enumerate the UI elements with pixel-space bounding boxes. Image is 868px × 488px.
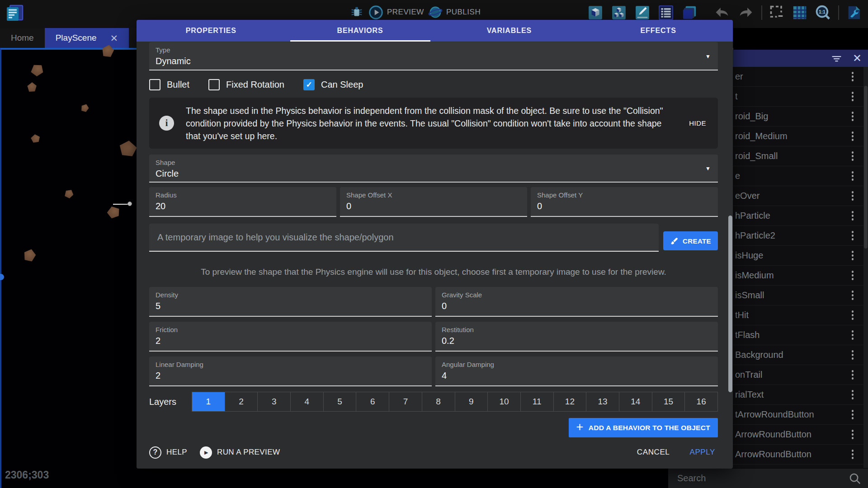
field-shape-offset-y[interactable]: Shape Offset Y0: [531, 187, 718, 217]
dialog-tab-properties[interactable]: PROPERTIES: [137, 20, 286, 42]
selection-handle[interactable]: [127, 202, 132, 206]
layer-button-4[interactable]: 4: [291, 392, 324, 411]
events-sheet-icon[interactable]: [658, 5, 674, 20]
add-behavior-button[interactable]: + ADD A BEHAVIOR TO THE OBJECT: [569, 418, 718, 437]
asteroid-sprite[interactable]: [27, 82, 37, 92]
help-button[interactable]: ? HELP: [149, 446, 187, 459]
close-tab-icon[interactable]: ✕: [110, 33, 118, 43]
field-linear-damping[interactable]: Linear Damping2: [149, 357, 432, 386]
layer-button-12[interactable]: 12: [554, 392, 587, 411]
layer-button-9[interactable]: 9: [455, 392, 488, 411]
item-menu-icon[interactable]: [852, 92, 854, 101]
field-shape-offset-x[interactable]: Shape Offset X0: [340, 187, 527, 217]
layer-button-8[interactable]: 8: [422, 392, 455, 411]
layer-button-14[interactable]: 14: [619, 392, 652, 411]
temp-image-field[interactable]: [149, 224, 659, 252]
debug-icon[interactable]: [349, 5, 364, 20]
hide-button[interactable]: HIDE: [684, 119, 712, 127]
create-button[interactable]: CREATE: [663, 231, 718, 250]
field-density[interactable]: Density5: [149, 287, 432, 317]
dialog-scrollbar-thumb[interactable]: [728, 216, 732, 392]
item-menu-icon[interactable]: [852, 430, 854, 439]
asteroid-sprite[interactable]: [118, 139, 138, 159]
checkbox-unchecked-icon[interactable]: [208, 79, 220, 90]
publish-button[interactable]: PUBLISH: [428, 5, 481, 19]
checkbox-unchecked-icon[interactable]: [149, 79, 160, 90]
type-dropdown[interactable]: Type Dynamic ▼: [149, 42, 718, 70]
apply-button[interactable]: APPLY: [689, 448, 715, 457]
item-menu-icon[interactable]: [852, 151, 854, 161]
item-menu-icon[interactable]: [852, 390, 854, 399]
tab-home[interactable]: Home: [0, 28, 45, 48]
dialog-tab-variables[interactable]: VARIABLES: [435, 20, 584, 42]
redo-icon[interactable]: [737, 4, 755, 21]
deselect-icon[interactable]: [769, 5, 785, 21]
asteroid-sprite[interactable]: [63, 188, 75, 200]
filter-icon[interactable]: [830, 52, 843, 65]
temp-image-input[interactable]: [156, 232, 651, 243]
field-restitution[interactable]: Restitution0.2: [435, 322, 718, 352]
layer-button-16[interactable]: 16: [685, 392, 717, 411]
preview-button[interactable]: PREVIEW: [368, 5, 424, 20]
close-panel-icon[interactable]: ✕: [853, 53, 862, 64]
field-friction[interactable]: Friction2: [149, 322, 432, 352]
layer-button-7[interactable]: 7: [389, 392, 422, 411]
item-menu-icon[interactable]: [852, 131, 854, 141]
item-menu-icon[interactable]: [852, 291, 854, 300]
layer-button-15[interactable]: 15: [652, 392, 685, 411]
shape-dropdown[interactable]: Shape Circle ▼: [149, 155, 718, 183]
cancel-button[interactable]: CANCEL: [637, 448, 670, 457]
item-menu-icon[interactable]: [852, 72, 854, 81]
tab-playscene[interactable]: PlayScene✕: [45, 28, 129, 48]
asteroid-sprite[interactable]: [28, 61, 46, 79]
project-settings-icon[interactable]: [846, 5, 861, 20]
layer-button-13[interactable]: 13: [586, 392, 619, 411]
item-menu-icon[interactable]: [852, 191, 854, 201]
item-menu-icon[interactable]: [852, 350, 854, 360]
object-groups-icon[interactable]: [611, 5, 627, 20]
checkbox-checked-icon[interactable]: ✓: [303, 79, 315, 90]
item-menu-icon[interactable]: [852, 271, 854, 280]
item-menu-icon[interactable]: [852, 231, 854, 240]
grid-icon[interactable]: [792, 5, 807, 20]
layer-button-5[interactable]: 5: [324, 392, 357, 411]
edit-scene-icon[interactable]: [635, 5, 650, 20]
layer-button-11[interactable]: 11: [521, 392, 554, 411]
asteroid-sprite[interactable]: [22, 248, 38, 263]
item-menu-icon[interactable]: [852, 251, 854, 260]
item-menu-icon[interactable]: [852, 370, 854, 380]
svg-text:1:1: 1:1: [819, 9, 826, 14]
zoom-one-to-one-icon[interactable]: 1:1: [814, 4, 831, 21]
run-preview-button[interactable]: ▶ RUN A PREVIEW: [200, 446, 280, 459]
item-menu-icon[interactable]: [852, 330, 854, 340]
field-gravity-scale[interactable]: Gravity Scale0: [435, 287, 718, 317]
item-menu-icon[interactable]: [852, 310, 854, 320]
checkbox-can-sleep[interactable]: ✓Can Sleep: [303, 79, 363, 90]
field-angular-damping[interactable]: Angular Damping4: [435, 357, 718, 386]
objects-list-scrollbar[interactable]: [863, 67, 868, 468]
asteroid-sprite[interactable]: [30, 133, 42, 145]
layer-button-10[interactable]: 10: [488, 392, 521, 411]
checkbox-bullet[interactable]: Bullet: [149, 79, 189, 90]
asteroid-sprite[interactable]: [105, 204, 123, 221]
item-menu-icon[interactable]: [852, 171, 854, 181]
layers-icon[interactable]: [682, 5, 697, 20]
asteroid-sprite[interactable]: [80, 103, 90, 113]
layer-button-2[interactable]: 2: [225, 392, 258, 411]
objects-icon[interactable]: [588, 5, 603, 20]
search-input[interactable]: [676, 473, 848, 484]
project-manager-icon[interactable]: [4, 3, 25, 24]
layer-button-1[interactable]: 1: [192, 392, 225, 411]
item-menu-icon[interactable]: [852, 450, 854, 459]
dialog-tab-behaviors[interactable]: BEHAVIORS: [286, 20, 435, 42]
item-menu-icon[interactable]: [852, 112, 854, 121]
checkbox-fixed-rotation[interactable]: Fixed Rotation: [208, 79, 284, 90]
undo-icon[interactable]: [713, 4, 731, 21]
dialog-tab-effects[interactable]: EFFECTS: [584, 20, 733, 42]
layer-button-6[interactable]: 6: [356, 392, 389, 411]
item-menu-icon[interactable]: [852, 211, 854, 221]
dialog-body: Type Dynamic ▼ BulletFixed Rotation✓Can …: [137, 42, 733, 469]
item-menu-icon[interactable]: [852, 410, 854, 419]
field-radius[interactable]: Radius20: [149, 187, 336, 217]
layer-button-3[interactable]: 3: [258, 392, 291, 411]
